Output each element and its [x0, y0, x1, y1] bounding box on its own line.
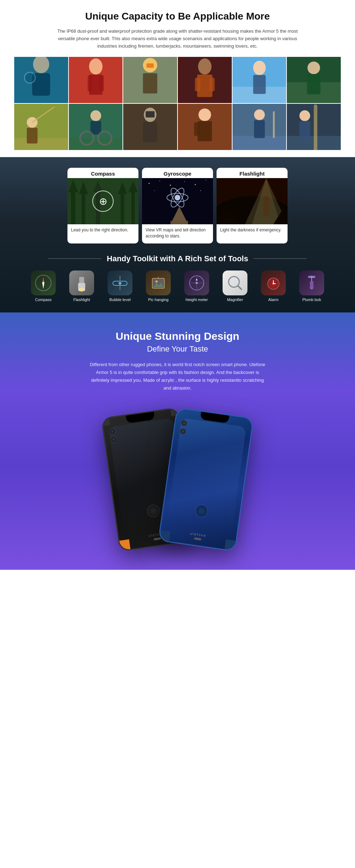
gyroscope-card-title: Gyroscope	[142, 168, 213, 178]
gyroscope-card-image	[142, 178, 213, 224]
svg-rect-44	[194, 123, 199, 136]
svg-rect-48	[254, 120, 264, 138]
svg-point-70	[170, 185, 171, 186]
svg-rect-34	[90, 121, 101, 135]
svg-marker-112	[196, 278, 198, 280]
photo-cell	[14, 57, 68, 103]
svg-point-111	[196, 282, 198, 284]
flashlight-card-title: Flashlight	[217, 168, 288, 178]
capacity-title: Unique Capacity to Be Applicable More	[14, 11, 341, 22]
svg-rect-78	[170, 221, 188, 224]
photo-cell	[233, 57, 286, 103]
bubble-tool-label: Bubble level	[109, 298, 131, 302]
tool-item-pic: Pic hanging	[141, 270, 176, 302]
flashlight-tool-icon	[69, 270, 94, 295]
phones-container: ulefone	[14, 406, 341, 548]
gyroscope-card-desc: View VR maps and tell direction accordin…	[142, 224, 213, 243]
tool-item-plumb: Plumb bob	[294, 270, 329, 302]
svg-rect-17	[209, 78, 214, 91]
corner-guard-bl	[119, 540, 131, 551]
svg-point-24	[307, 62, 320, 74]
toolkit-title-row: Handy Toolkit with A Rich Set of Tools	[7, 254, 348, 263]
plumb-tool-icon	[299, 270, 324, 295]
gyroscope-card: Gyroscope	[142, 168, 213, 243]
photo-cell	[69, 104, 123, 150]
svg-point-71	[184, 181, 185, 182]
svg-rect-32	[69, 138, 123, 150]
svg-rect-126	[308, 276, 315, 278]
design-section: Unique Stunning Design Define Your Taste…	[0, 312, 355, 570]
svg-line-115	[238, 286, 241, 289]
tool-item-height: Height meter	[179, 270, 214, 302]
svg-rect-16	[195, 78, 200, 91]
svg-point-5	[89, 59, 103, 75]
svg-point-94	[42, 282, 44, 284]
brand-text-blue: ulefone	[190, 531, 207, 537]
svg-rect-54	[314, 105, 317, 150]
compass-card-image: ⊕	[67, 178, 138, 224]
svg-point-3	[24, 73, 35, 83]
photo-grid	[14, 57, 341, 150]
svg-point-69	[159, 181, 160, 181]
compass-card: Compass	[67, 168, 138, 243]
tool-item-compass: Compass	[26, 270, 61, 302]
svg-point-68	[149, 183, 150, 184]
svg-point-106	[155, 280, 158, 283]
toolkit-divider-right	[253, 258, 307, 259]
svg-point-79	[175, 195, 180, 200]
design-title: Unique Stunning Design	[14, 330, 341, 342]
svg-point-20	[253, 61, 266, 75]
svg-point-52	[300, 111, 310, 121]
svg-point-98	[79, 288, 84, 291]
tool-item-bubble: Bubble level	[102, 270, 138, 302]
tool-item-flashlight: Flashlight	[64, 270, 99, 302]
magnifier-tool-icon	[223, 270, 247, 295]
svg-point-73	[206, 180, 206, 180]
corner-guard-blue-br	[224, 540, 236, 551]
svg-point-47	[254, 109, 264, 120]
pic-tool-label: Pic hanging	[148, 298, 169, 302]
plumb-tool-label: Plumb bob	[302, 298, 321, 302]
photo-cell	[178, 57, 232, 103]
photo-cell	[14, 104, 68, 150]
compass-tool-icon	[31, 270, 56, 295]
svg-rect-11	[147, 64, 154, 68]
svg-rect-39	[143, 122, 157, 142]
photo-cell	[123, 57, 177, 103]
compass-tool-label: Compass	[35, 298, 51, 302]
svg-point-33	[90, 111, 101, 121]
svg-rect-90	[263, 203, 269, 215]
tool-item-magnifier: Magnifier	[217, 270, 253, 302]
toolkit-section: Compass	[0, 157, 355, 312]
svg-point-14	[198, 59, 212, 75]
compass-card-title: Compass	[67, 168, 138, 178]
feature-cards: Compass	[7, 168, 348, 243]
svg-rect-27	[14, 138, 68, 150]
magnifier-tool-label: Magnifier	[227, 298, 243, 302]
svg-point-76	[200, 190, 201, 191]
alarm-tool-label: Alarm	[268, 298, 279, 302]
svg-rect-25	[307, 74, 321, 95]
phone-screen-glow-blue	[167, 418, 246, 532]
tool-item-alarm: Alarm	[256, 270, 291, 302]
flashlight-card-image	[217, 178, 288, 224]
svg-rect-12	[143, 73, 157, 93]
svg-rect-124	[310, 281, 313, 288]
svg-rect-8	[99, 76, 104, 91]
capacity-description: The IP68 dust-proof and waterproof prote…	[53, 28, 302, 50]
corner-guard-tl	[102, 418, 110, 426]
phone-usb-blue	[194, 537, 201, 541]
flashlight-card-desc: Light the darkness if emergency.	[217, 224, 288, 237]
photo-cell	[287, 57, 341, 103]
toolkit-title: Handy Toolkit with A Rich Set of Tools	[107, 254, 248, 263]
svg-rect-29	[27, 128, 37, 144]
svg-point-74	[154, 190, 155, 191]
svg-point-114	[230, 278, 238, 286]
svg-point-72	[195, 184, 196, 185]
alarm-tool-icon	[261, 270, 286, 295]
photo-cell	[287, 104, 341, 150]
svg-point-89	[263, 196, 270, 203]
pic-tool-icon	[146, 270, 171, 295]
svg-rect-7	[88, 76, 92, 91]
svg-rect-40	[146, 111, 155, 118]
